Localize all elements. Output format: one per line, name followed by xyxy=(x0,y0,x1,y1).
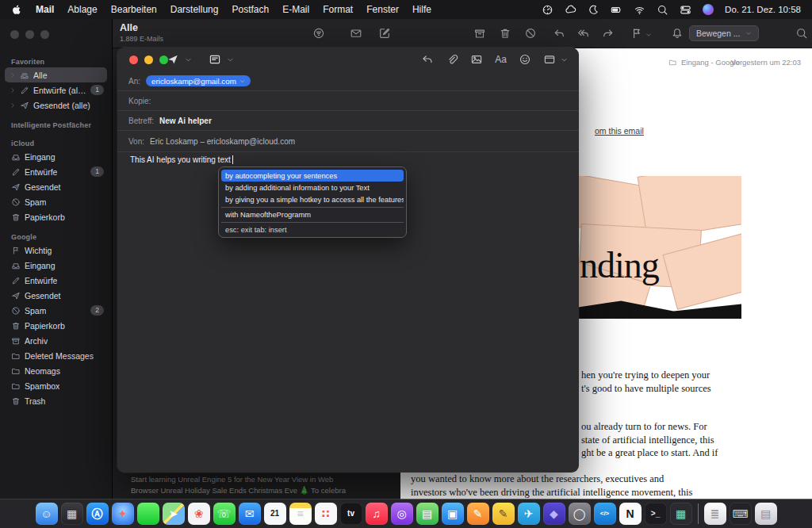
sidebar-item[interactable]: Papierkorb xyxy=(5,209,107,224)
compose-body[interactable]: This AI helps you writing text xyxy=(130,155,233,164)
autocomplete-item[interactable]: with NameoftheProgramm xyxy=(221,207,404,220)
chevron-down-icon[interactable] xyxy=(227,56,234,63)
unsubscribe-link[interactable]: om this email xyxy=(595,126,644,136)
minimize-button[interactable] xyxy=(25,30,34,39)
dock-pages[interactable]: ✎ xyxy=(467,503,489,525)
sidebar-section-header[interactable]: iCloud xyxy=(5,137,107,149)
close-button[interactable] xyxy=(129,55,138,64)
search-icon[interactable] xyxy=(795,27,808,40)
autocomplete-item[interactable]: by adding additional information to your… xyxy=(221,182,404,193)
forward-icon[interactable] xyxy=(602,27,615,40)
filter-icon[interactable] xyxy=(312,27,325,40)
autocomplete-item[interactable]: by giving you a simple hotkey to access … xyxy=(221,193,404,205)
compose-titlebar[interactable]: Aa xyxy=(117,48,579,71)
recipient-chip[interactable]: ericloskamp@gmail.com xyxy=(146,75,251,86)
dock-safari[interactable]: ✦ xyxy=(112,503,134,525)
flag-icon[interactable] xyxy=(630,27,643,40)
sidebar-item[interactable]: Eingang xyxy=(5,149,107,164)
apple-menu-icon[interactable] xyxy=(11,4,22,15)
dock-trash[interactable]: ▤ xyxy=(755,503,777,525)
sidebar-section-header[interactable]: Google xyxy=(5,231,107,243)
format-button[interactable]: Aa xyxy=(495,54,507,65)
dock-grid-app[interactable]: ▦ xyxy=(670,503,692,525)
sidebar-item[interactable]: Entwürfe (alle) 1 xyxy=(5,82,107,98)
menu-item[interactable]: Format xyxy=(323,4,353,15)
autocomplete-item[interactable]: by autocompleting your sentences xyxy=(221,170,404,182)
sidebar-item[interactable]: Entwürfe xyxy=(5,273,107,288)
reply-icon[interactable] xyxy=(553,27,565,40)
sidebar-item[interactable]: Archiv xyxy=(5,333,107,348)
move-menu[interactable]: Bewegen ... xyxy=(689,25,759,41)
to-field[interactable]: An: ericloskamp@gmail.com xyxy=(117,71,579,91)
dock-pencil-app[interactable]: ✎ xyxy=(492,503,515,525)
minimize-button[interactable] xyxy=(144,55,153,64)
zoom-button[interactable] xyxy=(40,30,49,39)
menu-item[interactable]: Postfach xyxy=(232,4,269,15)
menu-item[interactable]: Hilfe xyxy=(412,4,431,15)
cloud-icon[interactable] xyxy=(565,4,576,16)
image-icon[interactable] xyxy=(470,53,483,66)
dock-maps[interactable]: ➤ xyxy=(163,503,185,525)
dock-reminders[interactable]: ∷ xyxy=(315,503,337,525)
siri-icon[interactable] xyxy=(703,4,714,15)
menu-item[interactable]: Ablage xyxy=(67,4,97,15)
media-icon[interactable] xyxy=(543,53,556,66)
wifi-icon[interactable] xyxy=(634,4,645,16)
dock-finder[interactable]: ☺ xyxy=(36,503,58,525)
dock-divider[interactable] xyxy=(698,503,699,524)
dock-launchpad[interactable]: ▦ xyxy=(61,503,83,525)
search-icon[interactable] xyxy=(657,4,668,16)
app-menu[interactable]: Mail xyxy=(36,4,54,15)
subject-field[interactable]: Betreff: New Ai helper xyxy=(117,111,579,131)
menu-clock[interactable]: Do. 21. Dez. 10:58 xyxy=(725,5,801,14)
archivebox-icon[interactable] xyxy=(473,27,486,40)
close-button[interactable] xyxy=(10,30,19,39)
sidebar-item[interactable]: Deleted Messages xyxy=(5,348,107,363)
dock-calendar[interactable]: 21 xyxy=(264,503,286,525)
emoji-icon[interactable] xyxy=(519,53,531,66)
menu-item[interactable]: E-Mail xyxy=(282,4,309,15)
dock-vscode[interactable]: </> xyxy=(594,503,616,525)
dock-podcasts[interactable]: ◎ xyxy=(391,503,413,525)
sidebar-item[interactable]: Alle xyxy=(5,67,107,82)
sidebar-item[interactable]: Entwürfe 1 xyxy=(5,164,107,179)
control-center-icon[interactable] xyxy=(680,4,691,16)
trash-icon[interactable] xyxy=(499,27,511,40)
dock-numbers[interactable]: ▤ xyxy=(416,503,439,525)
dock-keynote[interactable]: ▣ xyxy=(442,503,464,525)
reply-all-icon[interactable] xyxy=(577,27,590,40)
dock-terminal[interactable]: >_ xyxy=(645,503,667,525)
dock-obsidian[interactable]: ◆ xyxy=(543,503,565,525)
sidebar-item[interactable]: Wichtig xyxy=(5,243,107,258)
sidebar-item[interactable]: Gesendet (alle) xyxy=(5,98,107,113)
moon-icon[interactable] xyxy=(588,4,599,16)
menu-item[interactable]: Bearbeiten xyxy=(111,4,157,15)
dock-notes[interactable]: ≡ xyxy=(289,503,312,525)
from-field[interactable]: Von: Eric Loskamp – ericloskamp@icloud.c… xyxy=(117,131,579,152)
paperclip-icon[interactable] xyxy=(446,53,458,66)
chevron-down-icon[interactable] xyxy=(561,56,568,63)
cc-field[interactable]: Kopie: xyxy=(117,91,579,111)
chevron-down-icon[interactable] xyxy=(645,32,652,38)
sidebar-item[interactable]: Eingang xyxy=(5,258,107,273)
message-preview[interactable]: Start learning Unreal Engine 5 for the N… xyxy=(131,474,394,496)
dock-keyboard-app[interactable]: ⌨ xyxy=(730,503,752,525)
sidebar-section-header[interactable]: Intelligente Postfächer xyxy=(5,119,107,131)
dock-music[interactable]: ♫ xyxy=(366,503,388,525)
menu-item[interactable]: Fenster xyxy=(366,4,399,15)
sidebar-section-header[interactable]: Favoriten xyxy=(5,55,107,67)
sidebar-item[interactable]: Gesendet xyxy=(5,179,107,194)
dock-telegram[interactable]: ✈ xyxy=(518,503,540,525)
sidebar-item[interactable]: Trash xyxy=(5,393,107,408)
dial-icon[interactable] xyxy=(542,4,553,16)
chevron-down-icon[interactable] xyxy=(185,56,192,63)
panel-icon[interactable] xyxy=(209,53,221,66)
dock-photos[interactable]: ❀ xyxy=(188,503,210,525)
bell-icon[interactable] xyxy=(671,27,684,40)
envelope-icon[interactable] xyxy=(350,27,362,40)
junk-icon[interactable] xyxy=(524,27,537,40)
dock-textedit[interactable]: ≣ xyxy=(704,503,726,525)
menu-item[interactable]: Darstellung xyxy=(170,4,219,15)
battery-icon[interactable] xyxy=(611,4,622,16)
sidebar-item[interactable]: Spam 2 xyxy=(5,303,107,318)
